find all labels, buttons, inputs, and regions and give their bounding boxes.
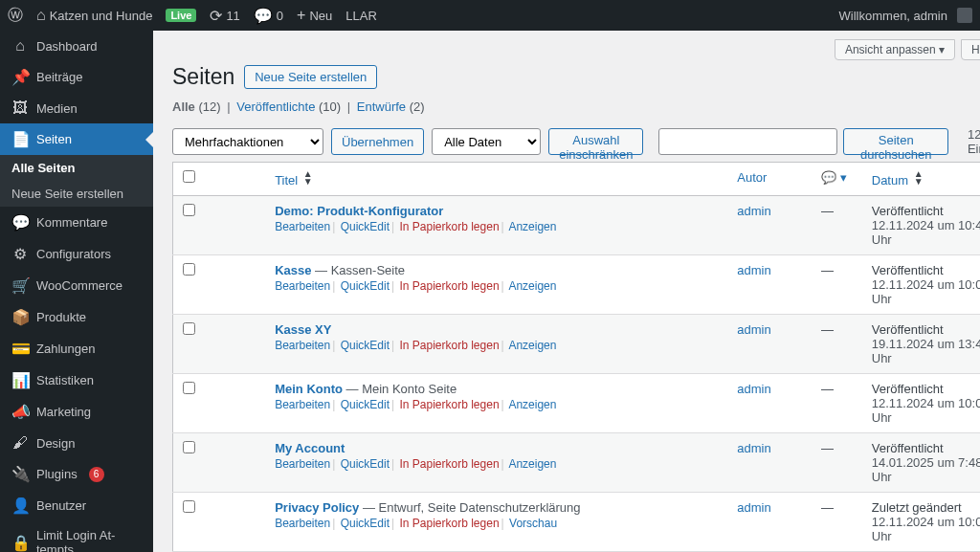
- quickedit-link[interactable]: QuickEdit: [341, 339, 390, 352]
- llar-link[interactable]: LLAR: [345, 9, 377, 23]
- date-cell: Veröffentlicht19.11.2024 um 13:48 Uhr: [862, 315, 980, 374]
- sidebar-item-design[interactable]: 🖌Design: [0, 428, 153, 458]
- row-checkbox[interactable]: [183, 441, 195, 453]
- author-link[interactable]: admin: [737, 500, 770, 515]
- author-link[interactable]: admin: [737, 382, 770, 396]
- date-cell: Veröffentlicht14.01.2025 um 7:48 Uhr: [862, 433, 980, 493]
- quickedit-link[interactable]: QuickEdit: [341, 517, 390, 530]
- row-checkbox[interactable]: [183, 382, 195, 394]
- author-link[interactable]: admin: [737, 441, 770, 455]
- sidebar-item-payments[interactable]: 💳Zahlungen: [0, 333, 153, 364]
- screen-options-button[interactable]: Ansicht anpassen ▾: [835, 39, 955, 60]
- filter-submit-button[interactable]: Auswahl einschränken: [548, 128, 643, 155]
- sidebar-item-woocommerce[interactable]: 🛒WooCommerce: [0, 270, 153, 301]
- sidebar-sub-item[interactable]: Neue Seite erstellen: [0, 181, 153, 207]
- view-link[interactable]: Anzeigen: [508, 279, 556, 293]
- sidebar-item-statistics[interactable]: 📊Statistiken: [0, 364, 153, 396]
- quickedit-link[interactable]: QuickEdit: [341, 279, 390, 293]
- filter-drafts[interactable]: Entwürfe: [357, 99, 406, 114]
- posts-icon: 📌: [11, 68, 29, 86]
- trash-link[interactable]: In Papierkorb legen: [400, 220, 500, 233]
- trash-link[interactable]: In Papierkorb legen: [400, 517, 500, 530]
- help-button[interactable]: Hilfe ▾: [961, 39, 980, 60]
- row-checkbox[interactable]: [183, 204, 195, 216]
- sidebar-item-media[interactable]: 🖼Medien: [0, 93, 153, 123]
- sidebar-item-comments[interactable]: 💬Kommentare: [0, 207, 153, 238]
- filter-published[interactable]: Veröffentlichte: [236, 99, 315, 114]
- new-content-link[interactable]: +Neu: [297, 7, 332, 24]
- trash-link[interactable]: In Papierkorb legen: [400, 279, 500, 293]
- view-link[interactable]: Anzeigen: [508, 398, 556, 411]
- view-filters: Alle (12) | Veröffentlichte (10) | Entwü…: [153, 99, 980, 121]
- update-badge: 6: [89, 467, 104, 482]
- bulk-action-select-top[interactable]: Mehrfachaktionen: [172, 128, 323, 155]
- marketing-icon: 📣: [11, 403, 29, 421]
- row-checkbox[interactable]: [183, 322, 195, 335]
- comments-cell: —: [812, 255, 862, 315]
- sidebar-item-dashboard[interactable]: ⌂Dashboard: [0, 31, 153, 61]
- comments-link[interactable]: 💬0: [254, 7, 283, 25]
- column-date-header[interactable]: Datum ▲▼: [862, 163, 980, 196]
- dashboard-icon: ⌂: [11, 37, 29, 55]
- add-new-button[interactable]: Neue Seite erstellen: [244, 65, 377, 89]
- sidebar-item-products[interactable]: 📦Produkte: [0, 301, 153, 333]
- sidebar-item-posts[interactable]: 📌Beiträge: [0, 61, 153, 93]
- page-title: Seiten: [172, 64, 234, 90]
- page-title-link[interactable]: Demo: Produkt-Konfigurator: [275, 204, 443, 218]
- users-icon: 👤: [11, 497, 29, 515]
- view-link[interactable]: Anzeigen: [508, 220, 556, 233]
- updates-link[interactable]: ⟳11: [210, 7, 239, 25]
- quickedit-link[interactable]: QuickEdit: [341, 220, 390, 233]
- sidebar-item-llar[interactable]: 🔒Limit Login At­tempts: [0, 521, 153, 552]
- view-link[interactable]: Vorschau: [509, 517, 557, 530]
- table-row: Kasse XY Bearbeiten| QuickEdit| In Papie…: [173, 315, 981, 374]
- filter-all[interactable]: Alle: [172, 99, 195, 114]
- comments-icon: 💬: [11, 213, 29, 232]
- sidebar-item-users[interactable]: 👤Benutzer: [0, 490, 153, 521]
- bulk-apply-button-top[interactable]: Übernehmen: [331, 128, 424, 155]
- author-link[interactable]: admin: [737, 204, 770, 218]
- search-button[interactable]: Seiten durchsuchen: [843, 128, 947, 155]
- trash-link[interactable]: In Papierkorb legen: [400, 457, 500, 471]
- sidebar-item-pages[interactable]: 📄Seiten: [0, 123, 153, 155]
- edit-link[interactable]: Bearbeiten: [275, 220, 330, 233]
- sidebar-item-plugins[interactable]: 🔌Plugins6: [0, 458, 153, 490]
- view-link[interactable]: Anzeigen: [508, 339, 556, 352]
- edit-link[interactable]: Bearbeiten: [275, 398, 330, 411]
- sidebar-item-label: Kommentare: [36, 215, 107, 230]
- edit-link[interactable]: Bearbeiten: [275, 339, 330, 352]
- row-actions: Bearbeiten| QuickEdit| In Papierkorb leg…: [275, 337, 718, 352]
- quickedit-link[interactable]: QuickEdit: [341, 398, 390, 411]
- date-cell: Zuletzt geändert12.11.2024 um 10:04 Uhr: [862, 493, 980, 552]
- quickedit-link[interactable]: QuickEdit: [341, 457, 390, 471]
- column-comments-header[interactable]: 💬 ▾: [812, 163, 862, 196]
- search-input[interactable]: [658, 128, 837, 155]
- column-title-header[interactable]: Titel ▲▼: [265, 163, 727, 196]
- row-checkbox[interactable]: [183, 263, 195, 276]
- edit-link[interactable]: Bearbeiten: [275, 279, 330, 293]
- row-checkbox[interactable]: [183, 500, 195, 513]
- page-title-link[interactable]: Privacy Policy — Entwurf, Seite Datensch…: [275, 500, 580, 515]
- trash-link[interactable]: In Papierkorb legen: [400, 398, 500, 411]
- page-title-link[interactable]: Kasse XY: [275, 322, 331, 337]
- sidebar-sub-item[interactable]: Alle Seiten: [0, 155, 153, 181]
- my-account-link[interactable]: Willkommen, admin: [839, 8, 972, 23]
- edit-link[interactable]: Bearbeiten: [275, 457, 330, 471]
- trash-link[interactable]: In Papierkorb legen: [400, 339, 500, 352]
- view-link[interactable]: Anzeigen: [508, 457, 556, 471]
- woocommerce-icon: 🛒: [11, 276, 29, 295]
- wp-logo-icon[interactable]: ⓦ: [8, 6, 23, 26]
- content-area: Ansicht anpassen ▾ Hilfe ▾ Seiten Neue S…: [153, 31, 980, 552]
- sidebar-item-marketing[interactable]: 📣Marketing: [0, 396, 153, 428]
- sidebar-item-configurators[interactable]: ⚙Configurators: [0, 238, 153, 270]
- page-title-link[interactable]: My Account: [275, 441, 345, 455]
- author-link[interactable]: admin: [737, 263, 770, 277]
- page-title-link[interactable]: Mein Konto — Mein Konto Seite: [275, 382, 457, 396]
- page-title-link[interactable]: Kasse — Kassen-Seite: [275, 263, 405, 277]
- select-all-top[interactable]: [183, 170, 195, 183]
- site-link[interactable]: ⌂Katzen und Hunde: [36, 7, 152, 24]
- filter-dates-select[interactable]: Alle Daten: [432, 128, 541, 155]
- admin-menu: ⌂Dashboard📌Beiträge🖼Medien📄SeitenAlle Se…: [0, 31, 153, 552]
- author-link[interactable]: admin: [737, 322, 770, 337]
- edit-link[interactable]: Bearbeiten: [275, 517, 330, 530]
